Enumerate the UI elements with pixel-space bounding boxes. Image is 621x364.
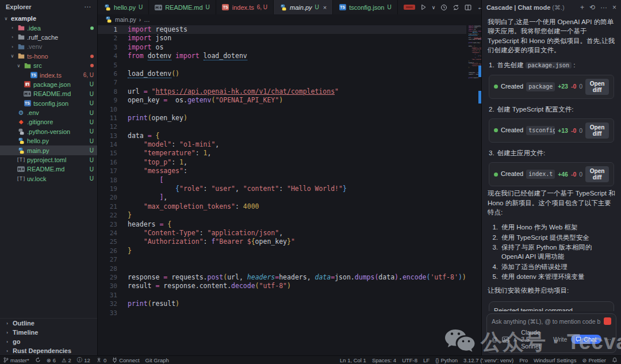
code-line-7[interactable]: 7 (98, 78, 466, 87)
tab-tsconfig.json[interactable]: TStsconfig.jsonU (333, 0, 397, 14)
model-selector[interactable]: Claude 3.5 Sonnet (521, 329, 549, 350)
chev-down-icon[interactable]: ∨ (432, 5, 436, 10)
chat-input-placeholder[interactable]: Ask anything (⌘L), @ to mention code blo… (492, 318, 600, 325)
code-line-6[interactable]: 6load_dotenv() (98, 70, 466, 78)
tab-main.py[interactable]: main.pyU× (274, 0, 333, 14)
status-utf-8[interactable]: UTF-8 (402, 357, 417, 363)
tree-item-.python-version[interactable]: .python-versionU (0, 127, 97, 136)
sidebar-section-rust-dependencies[interactable]: ›Rust Dependencies (0, 346, 97, 355)
chat-mode-button[interactable]: Chat (571, 335, 601, 344)
code-line-13[interactable]: 13data = { (98, 132, 466, 140)
code-line-20[interactable]: 20 ], (98, 193, 466, 202)
tree-item-README.md[interactable]: README.mdU (0, 164, 97, 174)
explorer-more-icon[interactable]: ⋯ (84, 3, 91, 11)
status-lf[interactable]: LF (423, 357, 430, 363)
sidebar-section-timeline[interactable]: ›Timeline (0, 328, 97, 337)
code-line-16[interactable]: 16 "top_p": 1, (98, 158, 466, 167)
tree-item-main.py[interactable]: main.pyU (0, 145, 97, 155)
code-line-31[interactable]: 31 (98, 291, 466, 300)
tree-item-hello.py[interactable]: hello.pyU (0, 136, 97, 145)
tree-item-example[interactable]: ∨example (0, 14, 97, 23)
status-12[interactable]: ⓘ12 (77, 357, 90, 364)
tree-item-tsconfig.json[interactable]: TStsconfig.jsonU (0, 99, 97, 108)
code-line-19[interactable]: 19 {"role": "user", "content": "Hello Wo… (98, 185, 466, 193)
code-line-32[interactable]: 32print(result) (98, 300, 466, 308)
tree-item-README.md[interactable]: README.mdU (0, 89, 97, 98)
code-line-14[interactable]: 14 "model": "o1-mini", (98, 140, 466, 149)
code-line-11[interactable]: 11print(open_key) (98, 114, 466, 122)
clock-icon[interactable] (440, 4, 447, 11)
sidebar-section-outline[interactable]: ›Outline (0, 319, 97, 328)
status-3-12-7-venv-venv[interactable]: 3.12.7 ('.venv': venv) (463, 357, 513, 363)
code-line-26[interactable]: 26} (98, 247, 466, 255)
status-git-graph[interactable]: Git Graph (145, 357, 169, 363)
loop-icon[interactable] (453, 4, 459, 11)
sidebar-section-go[interactable]: ›go (0, 337, 97, 346)
status-ln-1-col-1[interactable]: Ln 1, Col 1 (340, 357, 366, 363)
code-line-27[interactable]: 27 (98, 255, 466, 264)
chat-more-icon[interactable]: ··· (605, 336, 612, 343)
close-icon[interactable]: × (323, 4, 327, 11)
code-line-33[interactable]: 33 (98, 309, 466, 317)
code-line-12[interactable]: 12 (98, 122, 466, 131)
code-line-25[interactable]: 25 "Authorization": f"Bearer ${open_key}… (98, 237, 466, 246)
open-diff-button[interactable]: Open diff (585, 122, 609, 139)
breadcrumb[interactable]: main.py › … (98, 14, 481, 24)
code-line-8[interactable]: 8url = "https://api.openai-hk.com/v1/cha… (98, 87, 466, 96)
tree-item-.venv[interactable]: ›.venv (0, 42, 97, 51)
code-editor[interactable]: 1import requests2import json3import os4f… (98, 24, 481, 355)
code-line-22[interactable]: 22} (98, 211, 466, 220)
status-bell[interactable] (612, 357, 618, 363)
model-caret-icon[interactable]: ∧ (513, 336, 518, 343)
stop-button[interactable] (604, 317, 611, 325)
code-line-29[interactable]: 29response = requests.post(url, headers=… (98, 273, 466, 282)
open-diff-button[interactable]: Open diff (585, 79, 609, 95)
status-python[interactable]: {}Python (435, 357, 458, 363)
status-2[interactable]: ⚠2 (62, 357, 71, 363)
history-icon[interactable]: ⟲ (589, 3, 595, 12)
code-line-10[interactable]: 10 (98, 105, 466, 114)
code-line-23[interactable]: 23headers = { (98, 220, 466, 229)
code-line-17[interactable]: 17 "messages": (98, 167, 466, 175)
tree-item-package.json[interactable]: package.jsonU (0, 80, 97, 89)
status-prettier[interactable]: ⊘Prettier (582, 357, 606, 363)
code-line-28[interactable]: 28 (98, 265, 466, 273)
code-line-15[interactable]: 15 "temperature": 1, (98, 149, 466, 158)
code-line-1[interactable]: 1import requests (98, 25, 466, 34)
code-line-5[interactable]: 5 (98, 61, 466, 70)
close-icon[interactable]: × (612, 3, 616, 12)
tree-item-.gitignore[interactable]: ◆.gitignoreU (0, 117, 97, 127)
status-windsurf-settings[interactable]: Windsurf Settings (534, 357, 576, 363)
mention-icon[interactable]: @ (492, 336, 498, 343)
tree-item-uv.lock[interactable]: [T]uv.lockU (0, 174, 97, 183)
code-line-21[interactable]: 21 "max_completion_tokens": 4000 (98, 202, 466, 211)
status-master[interactable]: master* (3, 357, 29, 363)
plus-icon[interactable]: + (580, 3, 584, 12)
breadcrumb-more[interactable]: … (144, 16, 150, 23)
status-pro[interactable]: Pro (519, 357, 528, 363)
tree-item-pyproject.toml[interactable]: [T]pyproject.tomlU (0, 155, 97, 164)
status-0[interactable]: 0 (96, 357, 106, 363)
image-attach-icon[interactable] (502, 336, 509, 343)
tree-item-ts-hono[interactable]: ∨ts-hono (0, 52, 97, 61)
play-icon[interactable] (420, 4, 427, 10)
code-line-3[interactable]: 3import os (98, 43, 466, 52)
tree-item-.idea[interactable]: ›.idea (0, 23, 97, 32)
tree-item-src[interactable]: ∨src (0, 61, 97, 70)
code-line-18[interactable]: 18 [ (98, 176, 466, 185)
code-line-30[interactable]: 30result = response.content.decode("utf-… (98, 282, 466, 290)
chat-input-box[interactable]: Ask anything (⌘L), @ to mention code blo… (486, 313, 616, 353)
split-icon[interactable] (465, 4, 471, 11)
code-line-24[interactable]: 24 "Content-Type": "application/json", (98, 229, 466, 237)
status-sync[interactable] (35, 357, 41, 363)
tree-item-.env[interactable]: ⚙.envU (0, 108, 97, 117)
code-lines[interactable]: 1import requests2import json3import os4f… (98, 24, 466, 355)
breadcrumb-file[interactable]: main.py (115, 16, 136, 23)
code-line-4[interactable]: 4from dotenv import load_dotenv (98, 52, 466, 60)
write-mode-button[interactable]: Write (553, 336, 567, 343)
more-icon[interactable]: ··· (600, 3, 607, 12)
code-line-2[interactable]: 2import json (98, 34, 466, 43)
tab-hello.py[interactable]: hello.pyU (98, 0, 149, 14)
status-6[interactable]: ⊗6 (47, 357, 56, 363)
code-line-9[interactable]: 9open_key = os.getenv("OPENAI_API_KEY") (98, 96, 466, 105)
